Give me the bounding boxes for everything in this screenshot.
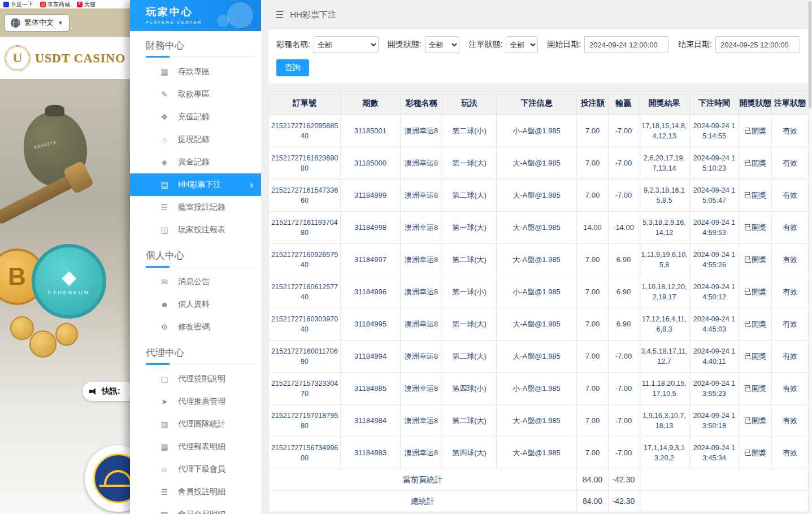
order-status-label: 注單狀態: xyxy=(468,40,502,50)
sidebar-item-deposit[interactable]: ▦存款專區 xyxy=(130,60,261,83)
sidebar-item-agent-promo[interactable]: ➤代理推廣管理 xyxy=(130,390,261,413)
start-date-input[interactable] xyxy=(584,36,669,53)
cell-result: 5,3,18,2,9,16,14,12 xyxy=(639,212,690,244)
cell-period: 31184997 xyxy=(341,244,401,276)
bookmark-item[interactable]: 天天猫 xyxy=(77,1,95,8)
table-row: 215217271603039704031184995澳洲幸运8第一球(大)大-… xyxy=(269,308,809,341)
agent-promo-icon: ➤ xyxy=(159,397,170,406)
vertical-scrollbar[interactable] xyxy=(808,0,812,514)
site-logo[interactable]: U USDT CASINO xyxy=(0,37,130,79)
sidebar-item-label: HH彩票下注 xyxy=(178,180,221,190)
summary-empty xyxy=(639,469,809,491)
bookmark-item[interactable]: JD京东商城 xyxy=(40,1,70,8)
cell-time: 2024-09-24 14:45:03 xyxy=(690,308,739,341)
cell-period: 31184994 xyxy=(341,341,401,373)
news-ticker: 快訊: xyxy=(82,382,130,401)
cell-amount: 7.00 xyxy=(577,115,609,147)
table-header-row: 訂單號期數彩種名稱玩法下注信息投注額輸贏開獎結果下注時間開獎狀態注單狀態 xyxy=(269,92,809,115)
summary-bet-total: 84.00 xyxy=(577,491,609,512)
sidebar-item-agent-team-stats[interactable]: ▥代理團隊統計 xyxy=(130,413,261,435)
query-button[interactable]: 查詢 xyxy=(276,59,309,76)
sidebar-item-withdraw[interactable]: ✎取款專區 xyxy=(130,83,261,106)
message-icon: ✉ xyxy=(159,277,170,286)
cell-lottery: 澳洲幸运8 xyxy=(401,341,442,373)
cell-play: 第一球(大) xyxy=(442,147,497,180)
sidebar-item-profile[interactable]: ☻個人資料 xyxy=(130,293,261,316)
cell-period: 31184999 xyxy=(341,180,401,212)
table-row: 215217271618236908031185000澳洲幸运8第一球(大)大-… xyxy=(269,147,809,180)
language-selector[interactable]: 繁体中文 ▼ xyxy=(5,14,70,32)
cell-order: 2152172716182369080 xyxy=(269,147,341,180)
scrollbar-thumb[interactable] xyxy=(809,1,811,108)
summary-winloss-total: -42.30 xyxy=(609,469,639,491)
sidebar-item-message[interactable]: ✉消息公告 xyxy=(130,271,261,293)
sidebar-item-lottery-bet[interactable]: ▤HH彩票下注› xyxy=(130,173,261,196)
sidebar-item-password[interactable]: ⚙修改密碼 xyxy=(130,316,261,338)
end-date-input[interactable] xyxy=(715,36,800,53)
sidebar-item-label: 提現記錄 xyxy=(178,134,210,145)
table-row: 215217271573233047031184985澳洲幸运8第四球(小)小-… xyxy=(269,373,809,405)
start-date-label: 開始日期: xyxy=(547,40,581,50)
cell-bet-info: 小-A盤@1.985 xyxy=(497,373,577,405)
cell-order: 2152172715701879580 xyxy=(269,405,341,437)
sidebar-item-agent-members[interactable]: ☺代理下級會員 xyxy=(130,458,261,481)
bookmark-item[interactable]: 百度一下 xyxy=(3,1,33,8)
main-content: ☰ HH彩票下注 彩種名稱: 全部 開獎狀態: 全部 注單狀態: 全部 開始日期… xyxy=(261,0,812,514)
cell-play: 第二球(大) xyxy=(442,405,497,437)
column-header: 下注信息 xyxy=(497,92,577,115)
hamburger-menu-icon[interactable]: ☰ xyxy=(275,9,284,21)
sidebar-item-agent-report[interactable]: ▦代理報表明細 xyxy=(130,435,261,458)
cell-win-loss: -14.00 xyxy=(609,212,639,244)
cell-result: 1,11,9,19,6,10,5,8 xyxy=(639,244,690,276)
draw-status-select[interactable]: 全部 xyxy=(425,36,460,53)
cell-play: 第一球(小) xyxy=(442,276,497,308)
order-status-select[interactable]: 全部 xyxy=(506,36,538,53)
cell-order-status: 有效 xyxy=(772,405,809,437)
sidebar-item-funds-record[interactable]: ◈資金記錄 xyxy=(130,151,261,173)
sidebar-item-room-bet-record[interactable]: ☰廳室投註記錄 xyxy=(130,196,261,219)
sidebar-section-title: 財務中心 xyxy=(146,39,261,52)
cell-result: 9,2,3,18,16,15,8,5 xyxy=(639,180,690,212)
cell-play: 第四球(大) xyxy=(442,437,497,469)
cell-play: 第二球(小) xyxy=(442,115,497,147)
cell-result: 3,4,5,18,17,11,12,7 xyxy=(639,341,690,373)
sidebar-item-recharge-record[interactable]: ❖充值記錄 xyxy=(130,106,261,128)
bet-table: 訂單號期數彩種名稱玩法下注信息投注額輸贏開獎結果下注時間開獎狀態注單狀態 215… xyxy=(268,91,809,512)
sidebar-item-member-bets[interactable]: ☰會員投註明細 xyxy=(130,481,261,503)
column-header: 開獎結果 xyxy=(639,92,690,115)
column-header: 注單狀態 xyxy=(772,92,809,115)
cell-order: 2152172716092657540 xyxy=(269,244,341,276)
sidebar-header: 玩家中心 PLAYERS CENTER xyxy=(130,0,261,31)
column-header: 期數 xyxy=(341,92,401,115)
sidebar-item-label: 取款專區 xyxy=(178,89,210,99)
sidebar-item-member-trans[interactable]: ▤會員交易明細 xyxy=(130,503,261,514)
cell-win-loss: 6.90 xyxy=(609,244,639,276)
filter-row: 彩種名稱: 全部 開獎狀態: 全部 注單狀態: 全部 開始日期: 结束日期: xyxy=(276,36,800,53)
cell-lottery: 澳洲幸运8 xyxy=(401,308,442,341)
cell-amount: 7.00 xyxy=(577,276,609,308)
member-bets-icon: ☰ xyxy=(159,487,170,496)
cell-amount: 7.00 xyxy=(577,437,609,469)
cell-draw-status: 已開獎 xyxy=(739,405,772,437)
cell-time: 2024-09-24 15:05:47 xyxy=(690,180,739,212)
sidebar-item-cashout-record[interactable]: ⌂提現記錄 xyxy=(130,128,261,151)
agent-members-icon: ☺ xyxy=(159,465,170,474)
cell-order-status: 有效 xyxy=(772,341,809,373)
cell-draw-status: 已開獎 xyxy=(739,437,772,469)
screen: 百度一下JD京东商城天天猫 繁体中文 ▼ U USDT CASINO KB462… xyxy=(0,0,812,514)
sidebar-item-agent-rules[interactable]: ▢代理規則說明 xyxy=(130,368,261,390)
cell-win-loss: -7.00 xyxy=(609,180,639,212)
background-page: 百度一下JD京东商城天天猫 繁体中文 ▼ U USDT CASINO KB462… xyxy=(0,0,130,514)
sidebar-item-player-report[interactable]: ◫玩家投注報表 xyxy=(130,219,261,241)
end-date-label: 结束日期: xyxy=(678,40,712,50)
cell-win-loss: -7.00 xyxy=(609,115,639,147)
lottery-name-select[interactable]: 全部 xyxy=(314,36,379,53)
table-row: 215217271615473366031184999澳洲幸运8第二球(大)大-… xyxy=(269,180,809,212)
cell-lottery: 澳洲幸运8 xyxy=(401,115,442,147)
table-row: 215217271620958854031185001澳洲幸运8第二球(小)小-… xyxy=(269,115,809,147)
speaker-icon xyxy=(89,387,97,395)
cell-result: 17,18,15,14,8,4,12,13 xyxy=(639,115,690,147)
summary-row: 當前頁統計84.00-42.30 xyxy=(269,469,809,491)
sidebar-item-label: 廳室投註記錄 xyxy=(178,202,225,212)
cell-amount: 7.00 xyxy=(577,147,609,180)
